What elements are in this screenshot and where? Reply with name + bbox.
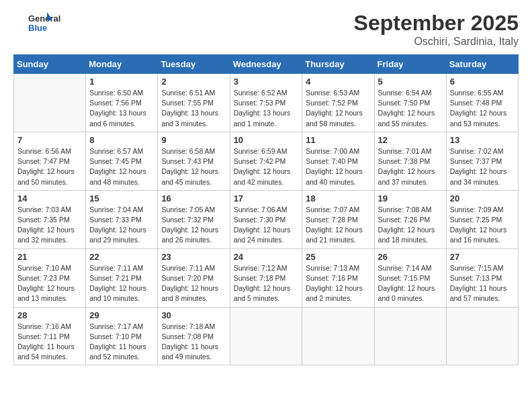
calendar-cell xyxy=(14,74,86,132)
calendar-week-row: 1Sunrise: 6:50 AMSunset: 7:56 PMDaylight… xyxy=(14,74,519,132)
calendar-cell: 29Sunrise: 7:17 AMSunset: 7:10 PMDayligh… xyxy=(86,307,158,365)
calendar-cell: 30Sunrise: 7:18 AMSunset: 7:08 PMDayligh… xyxy=(158,307,230,365)
calendar-cell: 28Sunrise: 7:16 AMSunset: 7:11 PMDayligh… xyxy=(14,307,86,365)
day-info: Sunrise: 7:17 AMSunset: 7:10 PMDaylight:… xyxy=(89,322,154,363)
day-number: 5 xyxy=(378,77,443,87)
calendar-cell xyxy=(446,307,518,365)
day-info: Sunrise: 7:10 AMSunset: 7:23 PMDaylight:… xyxy=(17,263,82,304)
day-info: Sunrise: 6:54 AMSunset: 7:50 PMDaylight:… xyxy=(378,88,443,129)
calendar-cell: 26Sunrise: 7:14 AMSunset: 7:15 PMDayligh… xyxy=(374,248,446,307)
day-number: 27 xyxy=(450,252,515,262)
day-number: 11 xyxy=(306,135,370,145)
svg-text:General: General xyxy=(28,13,60,24)
calendar-cell: 7Sunrise: 6:56 AMSunset: 7:47 PMDaylight… xyxy=(14,132,86,190)
day-number: 21 xyxy=(17,252,82,262)
day-info: Sunrise: 7:18 AMSunset: 7:08 PMDaylight:… xyxy=(161,322,226,363)
day-info: Sunrise: 7:14 AMSunset: 7:15 PMDaylight:… xyxy=(378,263,443,304)
calendar-cell xyxy=(230,307,302,365)
day-number: 22 xyxy=(89,252,154,262)
calendar-cell: 21Sunrise: 7:10 AMSunset: 7:23 PMDayligh… xyxy=(14,248,86,307)
logo: General Blue xyxy=(13,11,67,35)
day-number: 26 xyxy=(378,252,443,262)
page-header: General Blue September 2025 Oschiri, Sar… xyxy=(13,11,519,48)
day-number: 29 xyxy=(89,310,154,320)
title-block: September 2025 Oschiri, Sardinia, Italy xyxy=(354,11,519,48)
calendar-cell: 17Sunrise: 7:06 AMSunset: 7:30 PMDayligh… xyxy=(230,190,302,248)
day-info: Sunrise: 7:03 AMSunset: 7:35 PMDaylight:… xyxy=(17,205,82,246)
calendar-cell: 10Sunrise: 6:59 AMSunset: 7:42 PMDayligh… xyxy=(230,132,302,190)
column-header-thursday: Thursday xyxy=(302,55,374,74)
day-info: Sunrise: 7:11 AMSunset: 7:20 PMDaylight:… xyxy=(161,263,226,304)
column-header-wednesday: Wednesday xyxy=(230,55,302,74)
day-info: Sunrise: 7:02 AMSunset: 7:37 PMDaylight:… xyxy=(450,146,515,187)
calendar-cell: 13Sunrise: 7:02 AMSunset: 7:37 PMDayligh… xyxy=(446,132,518,190)
day-info: Sunrise: 6:56 AMSunset: 7:47 PMDaylight:… xyxy=(17,146,82,187)
day-number: 12 xyxy=(378,135,443,145)
day-number: 16 xyxy=(161,193,226,203)
month-title: September 2025 xyxy=(354,11,519,36)
calendar-cell: 9Sunrise: 6:58 AMSunset: 7:43 PMDaylight… xyxy=(158,132,230,190)
day-number: 13 xyxy=(450,135,515,145)
day-info: Sunrise: 7:13 AMSunset: 7:16 PMDaylight:… xyxy=(306,263,370,304)
day-number: 18 xyxy=(306,193,370,203)
day-number: 30 xyxy=(161,310,226,320)
calendar-cell: 23Sunrise: 7:11 AMSunset: 7:20 PMDayligh… xyxy=(158,248,230,307)
location-title: Oschiri, Sardinia, Italy xyxy=(354,36,519,48)
day-info: Sunrise: 7:08 AMSunset: 7:26 PMDaylight:… xyxy=(378,205,443,246)
calendar-week-row: 28Sunrise: 7:16 AMSunset: 7:11 PMDayligh… xyxy=(14,307,519,365)
day-info: Sunrise: 6:52 AMSunset: 7:53 PMDaylight:… xyxy=(234,88,299,129)
column-header-tuesday: Tuesday xyxy=(158,55,230,74)
day-number: 14 xyxy=(17,193,82,203)
day-info: Sunrise: 6:50 AMSunset: 7:56 PMDaylight:… xyxy=(89,88,154,129)
calendar-cell: 16Sunrise: 7:05 AMSunset: 7:32 PMDayligh… xyxy=(158,190,230,248)
day-number: 1 xyxy=(89,77,154,87)
calendar-cell: 4Sunrise: 6:53 AMSunset: 7:52 PMDaylight… xyxy=(302,74,374,132)
calendar-cell: 14Sunrise: 7:03 AMSunset: 7:35 PMDayligh… xyxy=(14,190,86,248)
day-number: 24 xyxy=(234,252,299,262)
calendar-cell: 25Sunrise: 7:13 AMSunset: 7:16 PMDayligh… xyxy=(302,248,374,307)
day-info: Sunrise: 7:04 AMSunset: 7:33 PMDaylight:… xyxy=(89,205,154,246)
calendar-cell: 2Sunrise: 6:51 AMSunset: 7:55 PMDaylight… xyxy=(158,74,230,132)
day-info: Sunrise: 7:12 AMSunset: 7:18 PMDaylight:… xyxy=(234,263,299,304)
day-number: 9 xyxy=(161,135,226,145)
calendar-cell: 6Sunrise: 6:55 AMSunset: 7:48 PMDaylight… xyxy=(446,74,518,132)
calendar-cell: 1Sunrise: 6:50 AMSunset: 7:56 PMDaylight… xyxy=(86,74,158,132)
calendar-table: SundayMondayTuesdayWednesdayThursdayFrid… xyxy=(13,54,519,365)
calendar-cell: 19Sunrise: 7:08 AMSunset: 7:26 PMDayligh… xyxy=(374,190,446,248)
day-info: Sunrise: 6:57 AMSunset: 7:45 PMDaylight:… xyxy=(89,146,154,187)
day-info: Sunrise: 7:05 AMSunset: 7:32 PMDaylight:… xyxy=(161,205,226,246)
day-number: 28 xyxy=(17,310,82,320)
calendar-cell xyxy=(302,307,374,365)
day-info: Sunrise: 7:09 AMSunset: 7:25 PMDaylight:… xyxy=(450,205,515,246)
day-number: 15 xyxy=(89,193,154,203)
calendar-cell: 22Sunrise: 7:11 AMSunset: 7:21 PMDayligh… xyxy=(86,248,158,307)
day-number: 7 xyxy=(17,135,82,145)
column-header-saturday: Saturday xyxy=(446,55,518,74)
calendar-cell: 12Sunrise: 7:01 AMSunset: 7:38 PMDayligh… xyxy=(374,132,446,190)
calendar-week-row: 21Sunrise: 7:10 AMSunset: 7:23 PMDayligh… xyxy=(14,248,519,307)
column-header-sunday: Sunday xyxy=(14,55,86,74)
day-number: 3 xyxy=(234,77,299,87)
calendar-cell: 8Sunrise: 6:57 AMSunset: 7:45 PMDaylight… xyxy=(86,132,158,190)
day-info: Sunrise: 6:51 AMSunset: 7:55 PMDaylight:… xyxy=(161,88,226,129)
day-info: Sunrise: 6:55 AMSunset: 7:48 PMDaylight:… xyxy=(450,88,515,129)
day-info: Sunrise: 7:11 AMSunset: 7:21 PMDaylight:… xyxy=(89,263,154,304)
day-number: 20 xyxy=(450,193,515,203)
day-info: Sunrise: 7:01 AMSunset: 7:38 PMDaylight:… xyxy=(378,146,443,187)
day-number: 10 xyxy=(234,135,299,145)
column-header-friday: Friday xyxy=(374,55,446,74)
day-info: Sunrise: 7:07 AMSunset: 7:28 PMDaylight:… xyxy=(306,205,370,246)
day-info: Sunrise: 7:06 AMSunset: 7:30 PMDaylight:… xyxy=(234,205,299,246)
calendar-cell: 24Sunrise: 7:12 AMSunset: 7:18 PMDayligh… xyxy=(230,248,302,307)
day-info: Sunrise: 7:15 AMSunset: 7:13 PMDaylight:… xyxy=(450,263,515,304)
day-number: 6 xyxy=(450,77,515,87)
day-info: Sunrise: 7:00 AMSunset: 7:40 PMDaylight:… xyxy=(306,146,370,187)
day-info: Sunrise: 6:59 AMSunset: 7:42 PMDaylight:… xyxy=(234,146,299,187)
day-info: Sunrise: 6:58 AMSunset: 7:43 PMDaylight:… xyxy=(161,146,226,187)
calendar-week-row: 14Sunrise: 7:03 AMSunset: 7:35 PMDayligh… xyxy=(14,190,519,248)
calendar-week-row: 7Sunrise: 6:56 AMSunset: 7:47 PMDaylight… xyxy=(14,132,519,190)
day-number: 8 xyxy=(89,135,154,145)
day-info: Sunrise: 6:53 AMSunset: 7:52 PMDaylight:… xyxy=(306,88,370,129)
day-number: 23 xyxy=(161,252,226,262)
day-number: 2 xyxy=(161,77,226,87)
